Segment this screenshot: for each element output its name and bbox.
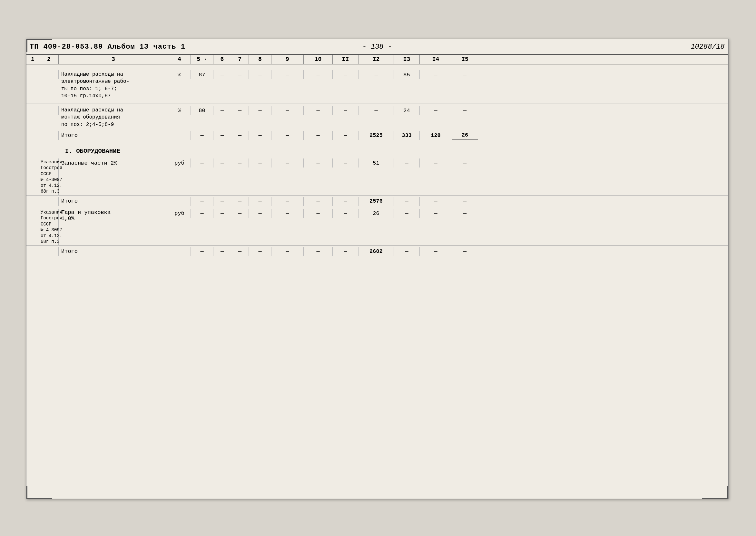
cell-5-8: —: [249, 197, 271, 206]
col-header-7: 7: [231, 55, 249, 64]
cell-5-2: [39, 197, 59, 206]
cell-5-7: —: [231, 197, 249, 206]
cell-4-4: руб: [168, 158, 191, 168]
cell-6-10: —: [304, 209, 333, 218]
cell-4-6: —: [213, 158, 231, 168]
cell-6-13: —: [394, 209, 420, 218]
cell-1-12: —: [358, 70, 394, 79]
cell-5-11: —: [333, 197, 358, 206]
row-packaging: УказанияГосстрояСССР№ 4-3097от 4.12.68г …: [26, 207, 728, 246]
cell-4-2: УказанияГосстрояСССР№ 4-3097от 4.12.68г …: [39, 158, 59, 195]
cell-6-6: —: [213, 209, 231, 218]
cell-4-8: —: [249, 158, 271, 168]
col-header-5: 5 ·: [191, 55, 213, 64]
col-header-1: 1: [26, 55, 39, 64]
cell-5-13: —: [394, 197, 420, 206]
col-header-4: 4: [168, 55, 191, 64]
cell-2-15: —: [452, 106, 478, 115]
cell-1-5: 87: [191, 70, 213, 79]
cell-2-12: —: [358, 106, 394, 115]
col-header-11: II: [333, 55, 358, 64]
document-title: ТП 409-28-053.89 Альбом 13 часть 1: [30, 43, 691, 51]
cell-3-13: 333: [394, 131, 420, 140]
row-overhead-electro: Накладные расходы наэлектромонтажные раб…: [26, 68, 728, 103]
cell-5-6: —: [213, 197, 231, 206]
cell-2-3: Накладные расходы намонтаж оборудованияп…: [59, 106, 168, 129]
cell-2-13: 24: [394, 106, 420, 115]
cell-4-1: [26, 158, 39, 168]
cell-6-5: —: [191, 209, 213, 218]
cell-4-5: —: [191, 158, 213, 168]
row-itogo-2: Итого — — — — — — — 2576 — — —: [26, 195, 728, 207]
cell-3-8: —: [249, 131, 271, 140]
cell-7-11: —: [333, 247, 358, 256]
cell-1-14: —: [420, 70, 452, 79]
header-bar: ТП 409-28-053.89 Альбом 13 часть 1 - 138…: [26, 39, 728, 55]
cell-5-5: —: [191, 197, 213, 206]
col-header-14: I4: [420, 55, 452, 64]
col-header-12: I2: [358, 55, 394, 64]
cell-4-9: —: [271, 158, 304, 168]
row-itogo-3: Итого — — — — — — — 2602 — — —: [26, 246, 728, 257]
cell-1-9: —: [271, 70, 304, 79]
document-number: 10288/18: [691, 43, 725, 51]
cell-1-7: —: [231, 70, 249, 79]
cell-7-13: —: [394, 247, 420, 256]
cell-1-13: 85: [394, 70, 420, 79]
cell-6-3: Тара и упаковка1,0%: [59, 209, 168, 222]
cell-3-7: —: [231, 131, 249, 140]
cell-1-11: —: [333, 70, 358, 79]
cell-2-10: —: [304, 106, 333, 115]
cell-2-6: —: [213, 106, 231, 115]
cell-6-11: —: [333, 209, 358, 218]
cell-6-9: —: [271, 209, 304, 218]
col-header-6: 6: [213, 55, 231, 64]
cell-5-15: —: [452, 197, 478, 206]
cell-2-4: %: [168, 106, 191, 115]
cell-6-12: 26: [358, 209, 394, 218]
row-spare-parts: УказанияГосстрояСССР№ 4-3097от 4.12.68г …: [26, 156, 728, 195]
cell-1-15: —: [452, 70, 478, 79]
cell-6-14: —: [420, 209, 452, 218]
cell-7-14: —: [420, 247, 452, 256]
cell-1-1: [26, 70, 39, 79]
cell-4-15: —: [452, 158, 478, 168]
cell-2-5: 80: [191, 106, 213, 115]
cell-4-11: —: [333, 158, 358, 168]
row-overhead-mount: Накладные расходы намонтаж оборудованияп…: [26, 103, 728, 129]
cell-6-15: —: [452, 209, 478, 218]
cell-3-14: 128: [420, 131, 452, 140]
cell-6-2: УказанияГосстрояСССР№ 4-3097от 4.12.68г …: [39, 209, 59, 245]
cell-7-3: Итого: [59, 247, 168, 256]
cell-6-1: [26, 209, 39, 218]
document-page: ТП 409-28-053.89 Альбом 13 часть 1 - 138…: [26, 39, 729, 499]
cell-3-2: [39, 131, 59, 140]
cell-5-3: Итого: [59, 197, 168, 206]
corner-decoration-br: [702, 486, 728, 499]
cell-7-2: [39, 247, 59, 256]
cell-6-7: —: [231, 209, 249, 218]
cell-4-14: —: [420, 158, 452, 168]
row-itogo-1: Итого — — — — — — — 2525 333 128 26: [26, 129, 728, 142]
cell-3-9: —: [271, 131, 304, 140]
cell-7-5: —: [191, 247, 213, 256]
cell-7-8: —: [249, 247, 271, 256]
cell-5-9: —: [271, 197, 304, 206]
cell-1-10: —: [304, 70, 333, 79]
col-header-8: 8: [249, 55, 271, 64]
cell-2-1: [26, 106, 39, 115]
cell-1-2: [39, 70, 59, 79]
cell-2-14: —: [420, 106, 452, 115]
cell-3-10: —: [304, 131, 333, 140]
cell-3-1: [26, 131, 39, 140]
cell-7-4: [168, 247, 191, 256]
corner-decoration-bl: [26, 486, 52, 499]
col-header-2: 2: [39, 55, 59, 64]
cell-1-6: —: [213, 70, 231, 79]
cell-5-10: —: [304, 197, 333, 206]
cell-6-8: —: [249, 209, 271, 218]
col-header-10: 10: [304, 55, 333, 64]
cell-3-6: —: [213, 131, 231, 140]
cell-4-12: 51: [358, 158, 394, 168]
cell-7-9: —: [271, 247, 304, 256]
